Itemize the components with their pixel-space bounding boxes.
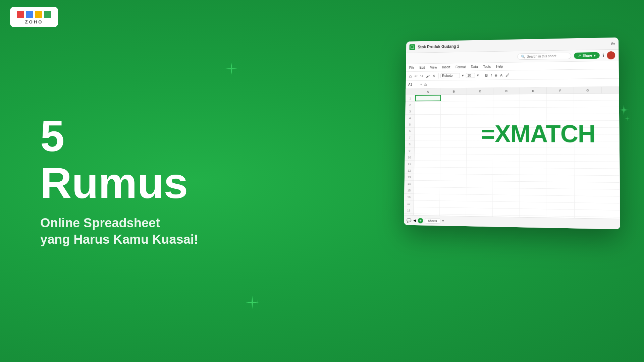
menu-tools[interactable]: Tools <box>483 65 491 68</box>
logo-square-red <box>17 11 24 18</box>
share-button[interactable]: ↗ Share ▾ <box>574 52 600 59</box>
info-icon[interactable]: ℹ <box>602 53 604 58</box>
toolbar-format-group: B I S A 🖊 <box>484 73 510 78</box>
row-num-5: 5 <box>405 121 415 128</box>
print-btn[interactable]: ⎙ <box>408 74 413 78</box>
col-header-b: B <box>441 88 467 95</box>
row-num-7: 7 <box>405 134 414 141</box>
spreadsheet-title: Stok Produk Gudang 2 <box>418 41 608 49</box>
row-number-header <box>406 88 415 95</box>
col-header-g: G <box>574 87 602 94</box>
comment-icon[interactable]: 💬 <box>407 218 412 223</box>
row-num-8: 8 <box>405 141 414 147</box>
row-num-14: 14 <box>405 180 414 187</box>
menu-file[interactable]: File <box>409 66 414 70</box>
row-num-13: 13 <box>405 174 414 181</box>
row-num-10: 10 <box>405 154 414 161</box>
add-sheet-button[interactable]: + <box>418 218 423 223</box>
col-header-c: C <box>467 88 493 94</box>
row-num-17: 17 <box>404 200 414 207</box>
headline-word: Rumus <box>40 161 198 205</box>
user-avatar <box>607 51 615 59</box>
share-dropdown-icon: ▾ <box>594 54 595 57</box>
zoho-logo: ZOHO <box>10 7 58 27</box>
toolbar-font-group: Roboto ▾ 10 ▾ <box>440 73 480 78</box>
menu-data[interactable]: Data <box>471 65 478 69</box>
font-size-selector[interactable]: 10 <box>466 73 475 78</box>
logo-square-blue <box>26 11 33 18</box>
col-header-f: F <box>547 87 574 94</box>
row-num-9: 9 <box>405 147 414 154</box>
save-icon[interactable]: 🗁 <box>611 41 615 46</box>
strikethrough-btn[interactable]: S <box>494 73 498 77</box>
menu-insert[interactable]: Insert <box>442 65 450 69</box>
highlight-btn[interactable]: 🖊 <box>504 73 510 77</box>
col-header-more <box>602 87 619 94</box>
cell-d1[interactable] <box>493 94 520 101</box>
row-num-12: 12 <box>405 167 414 174</box>
sparkle-icon-4 <box>618 104 630 122</box>
col-header-a: A <box>415 88 441 95</box>
row-num-11: 11 <box>405 161 414 167</box>
row-num-4: 4 <box>405 115 415 121</box>
row-num-18: 18 <box>404 207 414 214</box>
zoho-squares <box>17 11 51 18</box>
row-num-16: 16 <box>404 194 414 200</box>
cell-e1[interactable] <box>520 94 547 101</box>
grid-rows: =XMATCH <box>414 94 620 229</box>
search-placeholder: Search in this sheet <box>527 54 556 58</box>
menu-help[interactable]: Help <box>496 65 503 68</box>
grid-container: 1 2 3 4 5 6 7 8 9 10 11 12 13 14 15 16 1… <box>404 87 620 229</box>
menu-edit[interactable]: Edit <box>419 66 425 69</box>
share-icon: ↗ <box>578 54 581 58</box>
scroll-left-btn[interactable]: ◀ <box>413 219 416 222</box>
sheet-app-icon <box>409 44 415 50</box>
col-header-e: E <box>520 87 547 94</box>
menu-format[interactable]: Format <box>455 65 466 69</box>
table-row <box>415 107 619 115</box>
logo-square-yellow <box>35 11 42 18</box>
cell-c1[interactable] <box>467 95 493 101</box>
row-num-1: 1 <box>406 95 415 102</box>
search-box[interactable]: 🔍 Search in this sheet <box>518 53 572 60</box>
fx-label: fx <box>424 82 427 86</box>
toolbar-sep-1 <box>438 73 438 78</box>
cell-g1[interactable] <box>574 94 619 100</box>
headline-number: 5 <box>40 114 198 158</box>
cell-ref-dropdown[interactable]: ▾ <box>420 83 422 86</box>
italic-btn[interactable]: I <box>490 73 493 77</box>
sparkle-icon-3 <box>255 299 261 305</box>
font-color-btn[interactable]: A <box>499 73 503 77</box>
row-num-2: 2 <box>406 102 415 108</box>
cell-a1[interactable] <box>415 95 441 101</box>
col-header-d: D <box>493 87 520 94</box>
undo-btn[interactable]: ↩ <box>414 74 418 79</box>
cell-b1[interactable] <box>441 95 467 101</box>
sheet-dropdown-icon[interactable]: ▾ <box>442 220 443 223</box>
subtitle-line1: Online Spreadsheet <box>40 215 198 231</box>
row-num-3: 3 <box>405 108 415 115</box>
sheet-tab-1[interactable]: Sheet1 <box>425 218 440 224</box>
cell-a2[interactable] <box>415 102 441 108</box>
cell-f1[interactable] <box>547 94 574 101</box>
font-selector[interactable]: Roboto <box>440 73 460 78</box>
formula-display: =XMATCH <box>481 120 595 147</box>
cell-reference[interactable]: A1 <box>408 83 418 86</box>
zoho-text: ZOHO <box>25 19 43 24</box>
eraser-btn[interactable]: ✕ <box>431 73 436 78</box>
left-content: 5 Rumus Online Spreadsheet yang Harus Ka… <box>40 114 198 248</box>
share-label: Share <box>583 54 592 57</box>
spreadsheet-window: Stok Produk Gudang 2 🗁 🔍 Search in this … <box>404 38 620 229</box>
bold-btn[interactable]: B <box>484 73 489 78</box>
font-size-dropdown-icon[interactable]: ▾ <box>476 73 480 78</box>
subtitle-line2: yang Harus Kamu Kuasai! <box>40 231 198 248</box>
row-num-15: 15 <box>404 187 414 194</box>
sheet-icon-inner <box>411 45 414 49</box>
grid-main: A B C D E F G <box>414 87 620 229</box>
redo-btn[interactable]: ↪ <box>419 73 424 78</box>
toolbar-print-group: ⎙ ↩ ↪ 🖌 ✕ <box>408 73 436 79</box>
menu-view[interactable]: View <box>430 66 437 69</box>
paint-btn[interactable]: 🖌 <box>425 74 430 78</box>
font-dropdown-icon[interactable]: ▾ <box>461 73 465 78</box>
search-icon: 🔍 <box>521 55 525 58</box>
